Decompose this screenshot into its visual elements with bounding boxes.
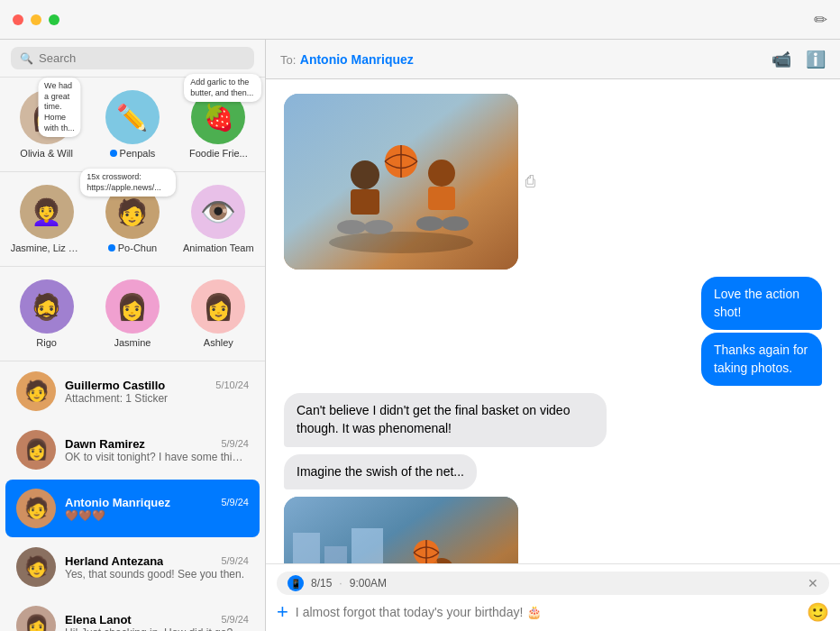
bubble-love-action: Love the action shot!: [701, 277, 822, 330]
convo-body-herland: Herland Antezana 5/9/24 Yes, that sounds…: [65, 554, 249, 581]
msg-row-outgoing-texts: Love the action shot! Thanks again for t…: [284, 277, 822, 386]
avatar-guillermo: 🧑: [16, 371, 56, 411]
bubble-swish: Imagine the swish of the net...: [284, 454, 477, 490]
svg-point-4: [337, 220, 366, 234]
convo-item-guillermo[interactable]: 🧑 Guillermo Castillo 5/10/24 Attachment:…: [5, 362, 260, 420]
badge-row-penpals: Penpals: [110, 148, 156, 159]
search-icon: 🔍: [20, 52, 33, 65]
msg-row-photo1: ⎙: [284, 94, 822, 270]
convo-name-guillermo: Guillermo Castillo: [65, 379, 165, 392]
photo2-with-action: ⎙: [284, 497, 535, 563]
convo-date-dawn: 5/9/24: [221, 438, 249, 449]
compose-time: 9:00AM: [350, 577, 387, 590]
compose-add-button[interactable]: +: [277, 600, 288, 624]
msg-row-cant-believe: Can't believe I didn't get the final bas…: [284, 393, 822, 446]
chat-header-recipient: To: Antonio Manriquez: [280, 51, 414, 68]
pinned-name-penpals: Penpals: [120, 148, 156, 159]
svg-rect-15: [352, 528, 383, 563]
main-content: 🔍 👩 We had a great time. Home with th...…: [0, 40, 840, 631]
chat-header-actions: 📹 ℹ️: [772, 50, 826, 69]
compose-separator: ·: [339, 577, 342, 590]
compose-area: 📱 8/15 · 9:00AM ✕ + 🙂: [266, 563, 840, 631]
sidebar: 🔍 👩 We had a great time. Home with th...…: [0, 40, 266, 631]
outgoing-bubbles-group: Love the action shot! Thanks again for t…: [621, 277, 822, 386]
pinned-contacts-row3: 🧔 Rigo 👩 Jasmine 👩 Ashley: [0, 267, 265, 361]
avatar-animation-team: 👁️: [191, 185, 245, 239]
chat-header: To: Antonio Manriquez 📹 ℹ️: [266, 40, 840, 79]
convo-body-guillermo: Guillermo Castillo 5/10/24 Attachment: 1…: [65, 379, 249, 405]
convo-name-antonio: Antonio Manriquez: [65, 496, 170, 509]
unread-badge-penpals: [110, 150, 117, 157]
convo-name-elena: Elena Lanot: [65, 613, 132, 626]
convo-item-elena[interactable]: 👩 Elena Lanot 5/9/24 Hi! Just checking i…: [5, 597, 260, 631]
search-bar: 🔍: [0, 40, 265, 78]
from-badge: 📱: [288, 575, 304, 591]
pinned-item-olivia-will[interactable]: 👩 We had a great time. Home with th... O…: [4, 85, 89, 164]
photo1-action-button[interactable]: ⎙: [525, 172, 535, 191]
convo-name-herland: Herland Antezana: [65, 554, 163, 568]
svg-point-1: [329, 232, 473, 253]
convo-item-dawn[interactable]: 👩 Dawn Ramirez 5/9/24 OK to visit tonigh…: [5, 421, 260, 479]
svg-rect-14: [324, 546, 347, 563]
convo-item-herland[interactable]: 🧑 Herland Antezana 5/9/24 Yes, that soun…: [5, 538, 260, 596]
convo-item-antonio[interactable]: 🧑 Antonio Manriquez 5/9/24 🤎🤎🤎: [5, 480, 260, 537]
maximize-button[interactable]: [49, 14, 59, 25]
minimize-button[interactable]: [31, 14, 41, 25]
title-bar: ✏: [0, 0, 840, 40]
search-input[interactable]: [39, 51, 245, 65]
pinned-name-olivia-will: Olivia & Will: [20, 148, 73, 159]
pinned-name-jasmine-liz: Jasmine, Liz &...: [11, 242, 83, 253]
bubble-thanks-photos: Thanks again for taking photos.: [701, 333, 822, 386]
convo-preview-guillermo: Attachment: 1 Sticker: [65, 392, 249, 405]
search-input-wrap: 🔍: [11, 47, 254, 69]
pinned-item-jasmine-liz[interactable]: 👩‍🦱 Jasmine, Liz &...: [4, 179, 89, 259]
close-button[interactable]: [13, 14, 23, 25]
pinned-name-rigo: Rigo: [36, 337, 57, 348]
svg-rect-7: [428, 187, 455, 210]
compose-text-input[interactable]: [296, 605, 799, 619]
video-call-icon[interactable]: 📹: [772, 50, 791, 69]
conversation-list: 🧑 Guillermo Castillo 5/10/24 Attachment:…: [0, 361, 265, 631]
photo-message-1: [284, 94, 518, 270]
pinned-contacts-row1: 👩 We had a great time. Home with th... O…: [0, 78, 265, 172]
badge-row-pochun: Po-Chun: [108, 242, 157, 253]
preview-bubble-olivia: We had a great time. Home with th...: [38, 78, 81, 137]
compose-new-button[interactable]: ✏: [814, 10, 827, 30]
convo-date-guillermo: 5/10/24: [215, 380, 249, 390]
convo-body-antonio: Antonio Manriquez 5/9/24 🤎🤎🤎: [65, 496, 249, 522]
pinned-item-animation-team[interactable]: 👁️ Animation Team: [176, 179, 261, 259]
chat-to-label: To:: [280, 53, 296, 67]
window-controls: [13, 14, 59, 25]
photo-message-2: [284, 497, 518, 563]
convo-preview-herland: Yes, that sounds good! See you then.: [65, 568, 249, 581]
messages-area: ⎙ Love the action shot! Thanks again for…: [266, 79, 840, 563]
avatar-jasmine-liz: 👩‍🦱: [20, 185, 74, 239]
pinned-item-jasmine2[interactable]: 👩 Jasmine: [89, 274, 175, 353]
convo-date-antonio: 5/9/24: [221, 497, 249, 508]
avatar-herland: 🧑: [16, 547, 56, 587]
svg-point-5: [364, 220, 393, 234]
chat-area: To: Antonio Manriquez 📹 ℹ️: [266, 40, 840, 631]
chat-recipient-name: Antonio Manriquez: [300, 52, 414, 67]
msg-row-photo2: ⎙: [284, 497, 822, 563]
unread-badge-pochun: [108, 244, 115, 251]
msg-row-swish: Imagine the swish of the net...: [284, 454, 822, 490]
svg-point-8: [416, 216, 443, 231]
bubble-cant-believe: Can't believe I didn't get the final bas…: [284, 393, 607, 446]
pinned-item-po-chun[interactable]: 🧑 15x crossword: https://apple.news/... …: [89, 179, 175, 259]
compose-input-row: + 🙂: [277, 600, 829, 624]
pinned-item-rigo[interactable]: 🧔 Rigo: [4, 274, 89, 353]
svg-point-6: [428, 160, 455, 187]
compose-from-number: 8/15: [311, 577, 332, 590]
convo-date-herland: 5/9/24: [221, 555, 249, 566]
convo-date-elena: 5/9/24: [221, 614, 249, 625]
compose-emoji-button[interactable]: 🙂: [807, 601, 829, 623]
compose-context-close-button[interactable]: ✕: [808, 576, 818, 590]
pinned-item-penpals[interactable]: ✏️ Penpals: [89, 85, 175, 164]
info-icon[interactable]: ℹ️: [806, 50, 826, 69]
avatar-dawn: 👩: [16, 430, 56, 470]
svg-rect-3: [351, 189, 379, 215]
pinned-item-ashley[interactable]: 👩 Ashley: [176, 274, 261, 353]
pinned-name-foodie: Foodie Frie...: [189, 148, 248, 159]
pinned-item-foodie[interactable]: 🍓 Add garlic to the butter, and then... …: [176, 85, 261, 164]
